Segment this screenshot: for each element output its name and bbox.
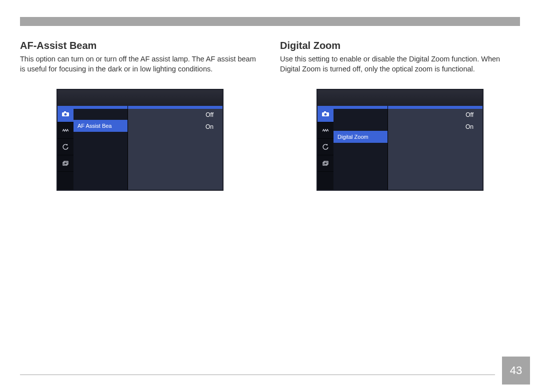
svg-rect-4	[64, 161, 68, 164]
header-bar	[20, 17, 520, 26]
menu-item-digital-zoom[interactable]: Digital Zoom	[334, 131, 388, 143]
refresh-icon[interactable]	[318, 139, 334, 155]
svg-point-7	[324, 113, 327, 116]
camera-icon[interactable]	[318, 106, 334, 122]
burst-icon[interactable]	[318, 122, 334, 139]
lcd-sidebar	[58, 106, 74, 190]
svg-rect-9	[324, 161, 328, 164]
lcd-sidebar	[318, 106, 334, 190]
section-digital-zoom: Digital Zoom Use this setting to enable …	[280, 40, 520, 191]
svg-point-2	[64, 113, 67, 116]
camera-lcd-digital-zoom: Digital Zoom Off On	[316, 89, 484, 191]
lcd-options-panel: Off On	[388, 106, 482, 190]
section-af-assist: AF-Assist Beam This option can turn on o…	[20, 40, 260, 191]
footer-rule	[20, 375, 495, 376]
section-body: Use this setting to enable or disable th…	[280, 54, 520, 74]
section-body: This option can turn on or turn off the …	[20, 54, 260, 74]
lcd-options-panel: Off On	[128, 106, 222, 190]
lcd-midmenu: AF Assist Bea	[74, 106, 128, 190]
layers-icon[interactable]	[58, 155, 74, 172]
section-title: Digital Zoom	[280, 40, 520, 51]
menu-item-af-assist[interactable]: AF Assist Bea	[74, 120, 128, 132]
section-title: AF-Assist Beam	[20, 40, 260, 51]
svg-rect-6	[324, 111, 326, 113]
lcd-midmenu: Digital Zoom	[334, 106, 388, 190]
refresh-icon[interactable]	[58, 139, 74, 155]
option-off[interactable]: Off	[128, 109, 222, 121]
option-on[interactable]: On	[128, 121, 222, 133]
page-number: 43	[502, 357, 530, 385]
svg-rect-8	[323, 162, 327, 165]
option-on[interactable]: On	[388, 121, 482, 133]
svg-rect-1	[64, 111, 66, 113]
lcd-top-bezel	[58, 90, 222, 106]
burst-icon[interactable]	[58, 122, 74, 139]
lcd-top-bezel	[318, 90, 482, 106]
page-content: AF-Assist Beam This option can turn on o…	[20, 40, 520, 191]
option-off[interactable]: Off	[388, 109, 482, 121]
camera-lcd-af-assist: AF Assist Bea Off On	[56, 89, 224, 191]
svg-rect-3	[63, 162, 67, 165]
layers-icon[interactable]	[318, 155, 334, 172]
camera-icon[interactable]	[58, 106, 74, 122]
